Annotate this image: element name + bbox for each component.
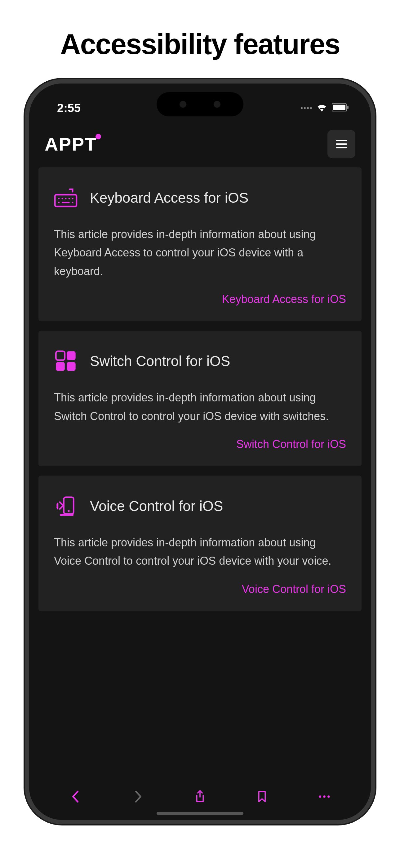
svg-rect-4 xyxy=(336,144,347,145)
svg-point-13 xyxy=(72,202,73,203)
card-title: Switch Control for iOS xyxy=(90,353,230,369)
app-logo[interactable]: APPT xyxy=(45,133,101,155)
status-time: 2:55 xyxy=(57,101,80,115)
island-sensor-dot xyxy=(214,101,221,108)
card-title: Keyboard Access for iOS xyxy=(90,189,248,206)
svg-rect-18 xyxy=(67,362,75,371)
svg-point-9 xyxy=(65,198,67,199)
wifi-icon xyxy=(316,103,328,113)
content-area: Keyboard Access for iOS This article pro… xyxy=(29,167,371,621)
svg-rect-5 xyxy=(336,147,347,148)
chevron-right-icon xyxy=(134,790,142,803)
page-title: Accessibility features xyxy=(60,28,340,61)
svg-rect-2 xyxy=(347,106,348,109)
svg-point-8 xyxy=(62,198,63,199)
island-camera-dot xyxy=(179,101,186,108)
menu-button[interactable] xyxy=(328,130,355,158)
svg-point-12 xyxy=(58,202,60,203)
status-indicators xyxy=(301,103,349,113)
svg-rect-3 xyxy=(336,140,347,142)
bookmark-icon xyxy=(258,791,266,803)
card-link-keyboard[interactable]: Keyboard Access for iOS xyxy=(54,293,346,306)
more-icon xyxy=(318,795,331,798)
phone-frame: 2:55 xyxy=(25,79,375,824)
card-switch-control[interactable]: Switch Control for iOS This article prov… xyxy=(38,331,362,466)
card-description: This article provides in-depth informati… xyxy=(54,225,346,280)
svg-point-11 xyxy=(72,198,73,199)
svg-point-10 xyxy=(69,198,70,199)
card-link-switch[interactable]: Switch Control for iOS xyxy=(54,438,346,451)
voice-icon xyxy=(54,494,77,518)
card-keyboard-access[interactable]: Keyboard Access for iOS This article pro… xyxy=(38,167,362,321)
svg-point-24 xyxy=(328,795,330,798)
more-button[interactable] xyxy=(312,787,337,806)
battery-icon xyxy=(332,103,349,113)
card-description: This article provides in-depth informati… xyxy=(54,533,346,570)
card-header: Voice Control for iOS xyxy=(54,494,346,518)
svg-rect-6 xyxy=(55,195,76,207)
back-button[interactable] xyxy=(63,787,88,806)
hamburger-icon xyxy=(336,140,347,148)
bookmark-button[interactable] xyxy=(249,787,274,806)
svg-rect-21 xyxy=(60,514,73,516)
svg-point-20 xyxy=(68,510,69,512)
switch-icon xyxy=(54,349,77,373)
svg-rect-15 xyxy=(56,351,65,361)
logo-dot-icon xyxy=(96,134,101,140)
card-voice-control[interactable]: Voice Control for iOS This article provi… xyxy=(38,475,362,611)
logo-text: APPT xyxy=(45,134,97,155)
chevron-left-icon xyxy=(71,790,80,803)
svg-point-23 xyxy=(323,795,326,798)
card-link-voice[interactable]: Voice Control for iOS xyxy=(54,583,346,596)
share-icon xyxy=(194,790,206,803)
card-title: Voice Control for iOS xyxy=(90,498,223,515)
keyboard-icon xyxy=(54,186,77,210)
card-header: Switch Control for iOS xyxy=(54,349,346,373)
home-indicator[interactable] xyxy=(157,812,243,815)
svg-rect-16 xyxy=(67,351,75,361)
forward-button[interactable] xyxy=(126,787,151,806)
app-header: APPT xyxy=(29,121,371,167)
svg-point-22 xyxy=(319,795,321,798)
share-button[interactable] xyxy=(188,787,212,806)
dynamic-island xyxy=(157,92,243,116)
card-description: This article provides in-depth informati… xyxy=(54,389,346,425)
card-header: Keyboard Access for iOS xyxy=(54,186,346,210)
phone-screen: 2:55 xyxy=(29,84,371,820)
svg-rect-14 xyxy=(62,202,69,203)
cellular-dots-icon xyxy=(301,107,312,109)
svg-rect-17 xyxy=(56,362,65,371)
svg-point-7 xyxy=(58,198,60,199)
svg-rect-1 xyxy=(333,104,345,110)
